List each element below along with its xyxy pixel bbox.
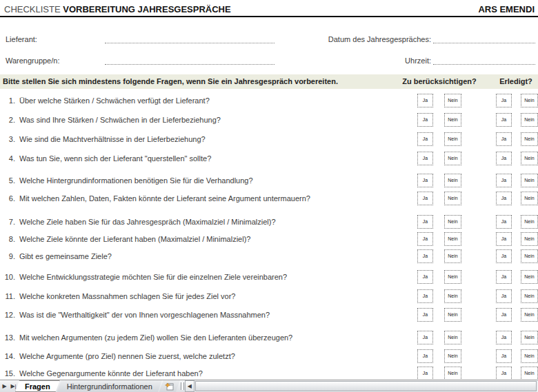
done-no-button[interactable]: Nein xyxy=(521,113,538,127)
tab-fragen[interactable]: Fragen xyxy=(15,380,60,392)
done-yes-button[interactable]: Ja xyxy=(496,113,512,127)
consider-yes-button[interactable]: Ja xyxy=(417,289,433,303)
consider-no-button[interactable]: Nein xyxy=(444,349,461,363)
consider-yes-button[interactable]: Ja xyxy=(417,174,433,187)
consider-yes-button[interactable]: Ja xyxy=(417,94,433,107)
consider-no-button[interactable]: Nein xyxy=(444,270,461,284)
done-yes-button[interactable]: Ja xyxy=(496,152,512,165)
consider-no-button[interactable]: Nein xyxy=(444,331,461,344)
consider-no-button[interactable]: Nein xyxy=(444,152,461,165)
question-text: Wie sind die Machtverhältnisse in der Li… xyxy=(19,135,206,143)
done-no-button[interactable]: Nein xyxy=(521,308,538,322)
question-number: 10. xyxy=(0,273,15,281)
done-no-button[interactable]: Nein xyxy=(521,349,538,363)
done-no-button[interactable]: Nein xyxy=(521,152,538,165)
consider-yes-button[interactable]: Ja xyxy=(417,215,433,229)
question-row: 11.Welche konkreten Massnahmen schlagen … xyxy=(0,292,538,307)
page-title: CHECKLISTE VORBEREITUNG JAHRESGESPRÄCHE xyxy=(4,4,231,14)
consider-no-button[interactable]: Nein xyxy=(444,308,461,322)
done-no-button[interactable]: Nein xyxy=(521,174,538,187)
consider-yes-button[interactable]: Ja xyxy=(417,249,433,263)
question-number: 9. xyxy=(0,252,15,260)
done-yes-button[interactable]: Ja xyxy=(496,232,512,246)
sheet-tab-bar: ▶ ▶| Fragen Hintergrundinformationen ◀ xyxy=(0,380,538,392)
done-no-button[interactable]: Nein xyxy=(521,289,538,303)
question-text: Welche konkreten Massnahmen schlagen Sie… xyxy=(19,292,235,300)
done-no-button[interactable]: Nein xyxy=(521,249,538,263)
insert-worksheet-tab[interactable] xyxy=(159,380,180,392)
consider-no-button[interactable]: Nein xyxy=(444,192,461,205)
question-text: Was sind Ihre Stärken / Schwächen in der… xyxy=(19,116,221,124)
document-header: CHECKLISTE VORBEREITUNG JAHRESGESPRÄCHE … xyxy=(0,0,538,17)
consider-yes-button[interactable]: Ja xyxy=(417,367,433,380)
question-number: 12. xyxy=(0,311,15,319)
question-text: Was ist die "Werthaltigkeit" der von Ihn… xyxy=(19,311,270,319)
done-no-button[interactable]: Nein xyxy=(521,232,538,246)
consider-no-button[interactable]: Nein xyxy=(444,113,461,127)
done-no-button[interactable]: Nein xyxy=(521,215,538,229)
horizontal-scrollbar[interactable] xyxy=(195,380,538,392)
consider-no-button[interactable]: Nein xyxy=(444,215,461,229)
done-yes-button[interactable]: Ja xyxy=(496,174,512,187)
consider-no-button[interactable]: Nein xyxy=(444,289,461,303)
done-yes-button[interactable]: Ja xyxy=(496,289,512,303)
done-yes-button[interactable]: Ja xyxy=(496,215,512,229)
consider-yes-button[interactable]: Ja xyxy=(417,152,433,165)
horizontal-scroll-zone: ◀ xyxy=(180,380,538,392)
done-yes-button[interactable]: Ja xyxy=(496,331,512,344)
consider-no-button[interactable]: Nein xyxy=(444,232,461,246)
done-no-button[interactable]: Nein xyxy=(521,132,538,146)
done-yes-button[interactable]: Ja xyxy=(496,249,512,263)
consider-no-button[interactable]: Nein xyxy=(444,174,461,187)
done-no-button[interactable]: Nein xyxy=(521,94,538,107)
horizontal-scrollbar-thumb[interactable] xyxy=(195,381,537,391)
question-row: 8.Welche Ziele könnte der Lieferant habe… xyxy=(0,235,538,250)
consider-yes-button[interactable]: Ja xyxy=(417,132,433,146)
question-text: Welche Gegenargumente könnte der Liefera… xyxy=(19,369,203,378)
warengruppe-input[interactable] xyxy=(105,55,275,65)
done-no-button[interactable]: Nein xyxy=(521,331,538,344)
insert-worksheet-icon xyxy=(165,382,175,391)
done-no-button[interactable]: Nein xyxy=(521,367,538,380)
question-number: 2. xyxy=(0,116,15,124)
instruction-text: Bitte stellen Sie sich mindestens folgen… xyxy=(3,77,338,85)
consider-yes-button[interactable]: Ja xyxy=(417,232,433,246)
consider-no-button[interactable]: Nein xyxy=(444,367,461,380)
consider-yes-button[interactable]: Ja xyxy=(417,308,433,322)
done-yes-button[interactable]: Ja xyxy=(496,94,512,107)
consider-no-button[interactable]: Nein xyxy=(444,249,461,263)
done-yes-button[interactable]: Ja xyxy=(496,132,512,146)
done-yes-button[interactable]: Ja xyxy=(496,192,512,205)
question-number: 6. xyxy=(0,194,15,203)
done-column-header: Erledigt? xyxy=(485,77,538,85)
done-yes-button[interactable]: Ja xyxy=(496,308,512,322)
consider-yes-button[interactable]: Ja xyxy=(417,349,433,363)
scroll-left-icon[interactable]: ◀ xyxy=(185,380,195,392)
tab-split-handle[interactable] xyxy=(180,380,185,392)
question-number: 8. xyxy=(0,235,15,243)
question-number: 13. xyxy=(0,333,15,342)
done-yes-button[interactable]: Ja xyxy=(496,349,512,363)
done-yes-button[interactable]: Ja xyxy=(496,270,512,284)
consider-yes-button[interactable]: Ja xyxy=(417,331,433,344)
consider-no-button[interactable]: Nein xyxy=(444,94,461,107)
uhrzeit-input[interactable] xyxy=(433,55,535,65)
done-no-button[interactable]: Nein xyxy=(521,192,538,205)
consider-yes-button[interactable]: Ja xyxy=(417,270,433,284)
question-row: 4.Was tun Sie, wenn sich der Lieferant "… xyxy=(0,154,538,169)
question-row: 7.Welche Ziele haben Sie für das Jahresg… xyxy=(0,218,538,233)
done-yes-button[interactable]: Ja xyxy=(496,367,512,380)
sheet-nav-next-icon[interactable]: ▶ xyxy=(0,380,9,392)
lieferant-input[interactable] xyxy=(105,34,275,43)
question-number: 11. xyxy=(0,292,15,300)
page-title-prefix: CHECKLISTE xyxy=(4,4,63,14)
warengruppe-label: Warengruppe/n: xyxy=(6,56,59,65)
datum-input[interactable] xyxy=(433,34,535,43)
done-no-button[interactable]: Nein xyxy=(521,270,538,284)
question-number: 7. xyxy=(0,218,15,226)
consider-yes-button[interactable]: Ja xyxy=(417,192,433,205)
question-number: 15. xyxy=(0,369,15,378)
tab-hintergrundinformationen[interactable]: Hintergrundinformationen xyxy=(57,380,162,392)
consider-yes-button[interactable]: Ja xyxy=(417,113,433,127)
consider-no-button[interactable]: Nein xyxy=(444,132,461,146)
